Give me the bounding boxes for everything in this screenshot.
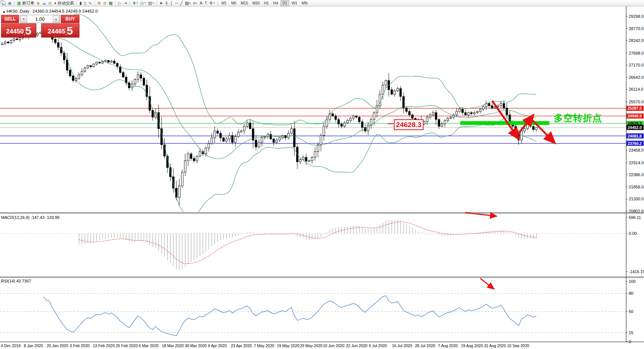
macd-tick-label: 0.00	[629, 231, 637, 236]
symbol-ohlc-values: 24360.0 24454.5 24249.0 24452.0	[32, 9, 98, 13]
toolbar-separator	[76, 1, 77, 5]
toolbar-group: ✚▾◷▾▧▾	[131, 0, 156, 6]
price-tick-label: 29298.0	[629, 14, 644, 19]
main-toolbar: ▤◉▦新订单◆☁◎●自动交易▮▯∿⊕⊖▦▷⇥✚▾◷▾▧▾➤┼│─╱▨E≡FAT✣…	[0, 0, 644, 6]
date-tick-label: 25 Feb 2020	[116, 343, 138, 348]
horizontal-line-icon[interactable]: ─	[174, 0, 179, 6]
volume-increase-button[interactable]: ▲	[53, 16, 59, 22]
price-tick-label: 21858.0	[629, 185, 644, 189]
macd-signal-line	[79, 222, 536, 264]
timeframe-button-h1[interactable]: H1	[262, 0, 271, 6]
new-order-icon[interactable]: ▦新订单	[16, 0, 35, 6]
rsi-line	[43, 295, 536, 336]
vertical-line-icon[interactable]: │	[169, 0, 174, 6]
sell-price-frac: 5	[25, 25, 32, 36]
chart-canvas[interactable]: 29298.028770.028242.027698.027170.026642…	[0, 0, 644, 349]
toolbar-separator	[95, 1, 95, 5]
price-badge-label: 24452.0	[628, 125, 642, 130]
date-tick-label: 10 Jun 2020	[323, 343, 344, 348]
price-tick-label: 20802.0	[629, 209, 644, 213]
toolbar-group: ➤┼│─╱▨E≡FAT✣▾	[158, 0, 217, 6]
text-label-icon[interactable]: T	[203, 0, 208, 6]
timeframe-button-mn[interactable]: MN	[300, 0, 310, 6]
buy-button[interactable]: BUY	[61, 15, 79, 23]
date-tick-label: 23 Apr 2020	[231, 343, 252, 348]
date-tick-label: 10 Sep 2020	[507, 343, 529, 348]
fibonacci-icon[interactable]: ≡F	[192, 0, 199, 6]
timeframe-button-w1[interactable]: W1	[290, 0, 299, 6]
horizontal-level-lines[interactable]	[0, 108, 626, 143]
candlestick-chart-icon[interactable]: ▯	[83, 0, 87, 6]
zoom-out-icon[interactable]: ⊖	[102, 0, 108, 6]
sell-price-main: 24450	[6, 27, 24, 36]
auto-scroll-icon[interactable]: ▷	[117, 0, 122, 6]
mt4-window: ▤◉▦新订单◆☁◎●自动交易▮▯∿⊕⊖▦▷⇥✚▾◷▾▧▾➤┼│─╱▨E≡FAT✣…	[0, 0, 644, 349]
sell-button[interactable]: SELL	[1, 15, 19, 23]
rsi-tick-label: 100	[629, 279, 635, 284]
date-tick-label: 3 Feb 2020	[70, 343, 89, 348]
price-badge-label: 23760.2	[628, 141, 642, 146]
date-tick-label: 29 May 2020	[300, 343, 323, 348]
timeframe-button-m30[interactable]: M30	[251, 0, 261, 6]
volume-decrease-button[interactable]: ▼	[20, 16, 27, 22]
toolbar-group: ▷⇥	[116, 0, 129, 6]
zoom-in-icon[interactable]: ⊕	[97, 0, 102, 6]
timeframe-button-d1[interactable]: D1	[281, 0, 289, 6]
date-tick-label: 30 Mar 2020	[185, 343, 207, 348]
toolbar-separator	[130, 1, 130, 5]
date-tick-label: 28 Jul 2020	[415, 343, 435, 348]
line-chart-icon[interactable]: ∿	[87, 0, 93, 6]
templates-icon[interactable]: ▧▾	[147, 0, 155, 6]
publish-icon[interactable]: ☁	[41, 0, 47, 6]
periods-icon[interactable]: ◷▾	[139, 0, 147, 6]
autotrading-icon[interactable]: ●自动交易	[53, 0, 75, 6]
sell-price-button[interactable]: 24450.5	[1, 23, 36, 38]
date-axis[interactable]: 4 Dec 20198 Jan 202020 Jan 20203 Feb 202…	[1, 343, 529, 348]
cursor-icon[interactable]: ➤	[158, 0, 164, 6]
price-axis-badges: 25287.524949.924628.324452.024081.823760…	[627, 106, 644, 146]
rsi-arrow	[480, 278, 492, 288]
tile-windows-icon[interactable]: ▦	[108, 0, 114, 6]
date-tick-label: 19 Aug 2020	[461, 343, 483, 348]
timeframe-button-m5[interactable]: M5	[229, 0, 238, 6]
visual-preview-icon[interactable]: ◉	[7, 0, 13, 6]
date-tick-label: 4 Dec 2019	[1, 343, 21, 348]
timeframe-toolbar: M1M5M15M30H1H4D1W1MN	[219, 0, 311, 6]
channel-icon[interactable]: ▨E	[184, 0, 192, 6]
text-icon[interactable]: A	[199, 0, 203, 6]
turning-point-annotation: 多空转折点	[554, 112, 602, 124]
price-tick-label: 25570.0	[629, 100, 644, 104]
toolbar-group: ⊕⊖▦	[96, 0, 115, 6]
price-tick-label: 27698.0	[629, 51, 644, 55]
crosshair-icon[interactable]: ┼	[164, 0, 169, 6]
date-tick-label: 20 Jan 2020	[47, 343, 68, 348]
rsi-tick-label: 50	[629, 309, 633, 314]
timeframe-button-m1[interactable]: M1	[220, 0, 229, 6]
timeframe-button-h4[interactable]: H4	[271, 0, 280, 6]
shapes-icon[interactable]: ✣▾	[208, 0, 216, 6]
buy-price-button[interactable]: 24465.5	[41, 23, 79, 38]
macd-indicator-label: MACD(12,26,9) -147.43 -133.99	[1, 215, 59, 220]
toolbar-separator	[14, 1, 14, 5]
funnel-icon[interactable]: ◆	[35, 0, 40, 6]
date-tick-label: 6 Mar 2020	[139, 343, 158, 348]
date-tick-label: 22 Jun 2020	[346, 343, 367, 348]
date-tick-label: 8 Jan 2020	[24, 343, 43, 348]
rsi-tick-label: 0	[629, 339, 631, 344]
toolbar-separator	[157, 1, 157, 5]
signal-icon[interactable]: ◎	[47, 0, 53, 6]
trend-arrows[interactable]	[465, 101, 552, 288]
volume-input[interactable]	[27, 15, 52, 23]
price-level-callout[interactable]: 24628.3	[394, 119, 424, 130]
chart-shift-icon[interactable]: ⇥	[122, 0, 128, 6]
trendline-icon[interactable]: ╱	[179, 0, 184, 6]
price-axis: 29298.028770.028242.027698.027170.026642…	[626, 14, 644, 344]
timeframe-button-m15[interactable]: M15	[239, 0, 250, 6]
bar-chart-icon[interactable]: ▮	[78, 0, 83, 6]
rsi-tick-label: 80	[629, 291, 633, 295]
indicators-icon[interactable]: ✚▾	[131, 0, 139, 6]
volume-stepper: ▼ ▲	[20, 15, 60, 23]
symbol-name: HK50-,Daily	[7, 9, 29, 13]
price-tick-label: 21330.0	[629, 197, 644, 201]
price-badge-label: 24081.8	[628, 134, 642, 138]
